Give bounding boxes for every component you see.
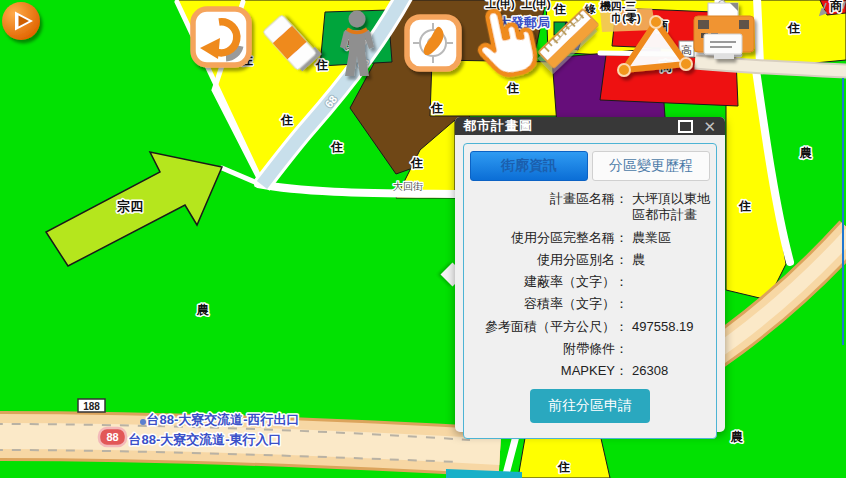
field-value: 大坪頂以東地區都市計畫	[628, 191, 710, 224]
map-label: 宗四	[116, 199, 143, 214]
field-label: 建蔽率（文字）：	[470, 274, 628, 290]
map-label: 住	[315, 58, 328, 72]
field-row: 建蔽率（文字）：	[470, 274, 710, 290]
close-icon[interactable]: ✕	[703, 119, 717, 134]
dialog-body: 街廓資訊分區變更歷程 計畫區名稱：大坪頂以東地區都市計畫使用分區完整名稱：農業區…	[455, 135, 725, 447]
map-label: 台88-大寮交流道-東行入口	[128, 432, 281, 447]
locate-taiwan-button[interactable]	[407, 17, 459, 69]
map-label: 住	[330, 140, 343, 154]
map-label: 住	[557, 460, 570, 474]
field-label: 附帶條件：	[470, 341, 628, 357]
dialog-panel: 街廓資訊分區變更歷程 計畫區名稱：大坪頂以東地區都市計畫使用分區完整名稱：農業區…	[463, 143, 717, 439]
field-row: MAPKEY：26308	[470, 363, 710, 379]
dialog-title: 都市計畫圖	[463, 117, 533, 135]
go-to-zoning-application-button[interactable]: 前往分區申請	[530, 389, 650, 423]
field-value: 農	[628, 252, 645, 268]
map-label: 住	[738, 199, 751, 213]
field-label: 參考面積（平方公尺）：	[470, 319, 628, 335]
field-value	[628, 296, 632, 312]
tab-block-info[interactable]: 街廓資訊	[470, 151, 588, 181]
field-label: 使用分區別名：	[470, 252, 628, 268]
field-row: 計畫區名稱：大坪頂以東地區都市計畫	[470, 191, 710, 224]
map-label: 住	[280, 113, 293, 127]
tab-zoning-history[interactable]: 分區變更歷程	[592, 151, 710, 181]
plan-info-dialog: 都市計畫圖 ✕ 街廓資訊分區變更歷程 計畫區名稱：大坪頂以東地區都市計畫使用分區…	[455, 117, 725, 432]
highway-shield-88: 88	[99, 428, 126, 446]
field-label: 容積率（文字）：	[470, 296, 628, 312]
map-label: 工(甲)	[521, 0, 551, 10]
field-value: 農業區	[628, 230, 671, 246]
dialog-fields: 計畫區名稱：大坪頂以東地區都市計畫使用分區完整名稱：農業區使用分區別名：農建蔽率…	[470, 191, 710, 385]
map-label: 機四-三	[599, 0, 637, 12]
field-row: 使用分區別名：農	[470, 252, 710, 268]
field-value	[628, 341, 632, 357]
field-value: 497558.19	[628, 319, 693, 335]
svg-text:188: 188	[83, 401, 100, 412]
dialog-tabs: 街廓資訊分區變更歷程	[470, 151, 710, 181]
field-label: 計畫區名稱：	[470, 191, 628, 224]
map-label: 農	[799, 146, 812, 160]
dialog-titlebar[interactable]: 都市計畫圖 ✕	[455, 117, 725, 135]
field-row: 附帶條件：	[470, 341, 710, 357]
map-label: 工(甲)	[485, 0, 515, 10]
map-label: 台88-大寮交流道-西行出口	[146, 412, 299, 427]
field-value: 26308	[628, 363, 668, 379]
map-label: 大回街	[393, 181, 423, 192]
map-label: 住	[410, 156, 423, 170]
road-number-badge-188: 188	[78, 399, 105, 412]
field-value	[628, 274, 632, 290]
field-row: 參考面積（平方公尺）：497558.19	[470, 319, 710, 335]
map-label: 住	[553, 2, 566, 16]
road-dot	[140, 419, 146, 425]
map-label: 巾(零)	[611, 12, 641, 24]
maximize-icon[interactable]	[678, 120, 693, 133]
map-label: 住	[787, 21, 800, 35]
field-row: 使用分區完整名稱：農業區	[470, 230, 710, 246]
map-label: 住	[506, 81, 519, 95]
field-label: MAPKEY：	[470, 363, 628, 379]
field-label: 使用分區完整名稱：	[470, 230, 628, 246]
map-label: 農	[196, 303, 209, 317]
map-label: 商	[829, 0, 842, 13]
undo-button[interactable]	[193, 9, 249, 65]
field-row: 容積率（文字）：	[470, 296, 710, 312]
svg-text:88: 88	[106, 431, 118, 443]
map-label: 農	[730, 430, 743, 444]
play-button[interactable]	[2, 2, 40, 40]
map-label: 住	[430, 101, 443, 115]
svg-text:高: 高	[681, 44, 692, 56]
